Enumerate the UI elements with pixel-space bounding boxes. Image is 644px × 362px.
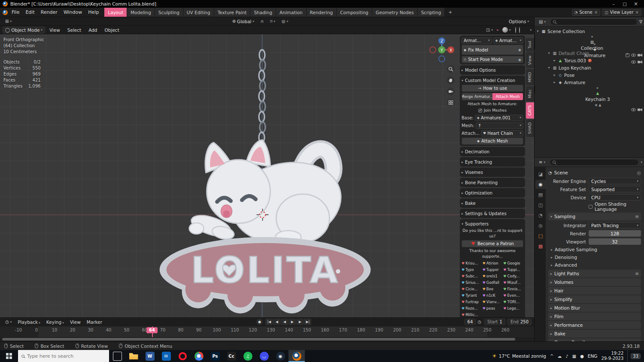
taskbar-app-icon[interactable] [109,350,125,362]
mesh-dropdown[interactable]: ↑▾ [476,122,523,129]
sidebar-tab[interactable]: View [526,52,534,68]
properties-tab[interactable] [535,170,546,179]
topbar-menu[interactable]: Edit [22,8,37,17]
frame-end-field[interactable]: End250 [507,319,532,325]
taskbar-search-input[interactable] [27,353,96,359]
timeline-editor-type-button[interactable]: ◷▾ [3,319,14,325]
custom-model-creation-section[interactable]: ▾Custom Model Creation [462,77,523,84]
device-dropdown[interactable]: CPU▾ [589,194,641,201]
taskbar-app-icon[interactable]: ◉ [272,350,289,362]
language-indicator[interactable]: ENG [588,353,598,359]
timeline-menu[interactable]: Playback [15,319,43,325]
transport-button[interactable]: ◀ [281,319,288,325]
sidebar-tab[interactable]: CATS [526,102,534,119]
toggle-xray[interactable] [514,27,517,33]
maximize-button[interactable] [619,0,630,8]
transport-button[interactable]: ▶ [289,319,296,325]
supporter-item[interactable]: ♥Cody... [503,273,523,279]
supporter-item[interactable]: ♥Googie [503,260,523,266]
properties-section-header[interactable]: ▸Film≡ [548,313,641,320]
taskbar-app-icon[interactable] [125,350,142,362]
topbar-menu[interactable]: File [9,8,22,17]
tray-icon[interactable]: ▦ [572,354,576,359]
taskbar-app-icon[interactable]: ✉ [158,350,174,362]
outliner-editor-type-button[interactable]: ▤▾ [536,18,548,25]
workspace-tab[interactable]: UV Editing [183,8,214,17]
workspace-tab[interactable]: Modeling [127,8,155,17]
render-samples-field[interactable]: 128 [589,230,641,237]
cats-collapsed-section[interactable]: ▸Bone Parenting [462,179,523,186]
tray-icon[interactable]: ● [580,354,584,359]
topbar-menu[interactable]: Render [38,8,61,17]
playhead-frame-badge[interactable]: 64 [146,327,158,333]
supporter-item[interactable]: ♥Furtrap [462,299,482,305]
supporter-item[interactable]: ♥Even... [503,292,523,298]
cat-model[interactable] [189,140,349,253]
workspace-tab[interactable]: Layout [104,8,127,17]
properties-tab[interactable] [535,190,546,199]
workspace-tab[interactable]: Compositing [337,8,372,17]
supporter-item[interactable]: ♥Bee [483,286,503,292]
show-gizmos-dropdown[interactable]: ◳▾ [483,27,495,33]
hide-viewport-icon[interactable] [631,108,636,111]
frame-start-field[interactable]: Start1 [484,319,505,325]
taskbar-app-icon[interactable]: ♫ [240,350,256,362]
taskbar-app-icon[interactable] [191,350,207,362]
supporter-item[interactable]: ♥Cicie... [462,286,482,292]
sidebar-tab[interactable]: Misc [526,86,534,101]
proportional-editing-toggle[interactable]: ◎▾ [279,18,291,25]
supporter-item[interactable]: ♥MizuF... [503,280,523,286]
join-meshes-checkbox[interactable] [478,109,482,113]
tray-icon[interactable]: ♪ [565,354,568,359]
taskbar-app-icon[interactable]: W [142,350,158,362]
supporter-item[interactable]: ♥Finnis... [503,286,523,292]
merge-armatures-tab[interactable]: Merge Armatur... [462,93,492,100]
topbar-menu[interactable]: Window [61,8,85,17]
properties-tab[interactable] [535,180,546,189]
supporter-item[interactable]: ♥Tupper [483,267,503,273]
supporter-item[interactable]: ♥Atirion [483,260,503,266]
pin-icon[interactable]: ◎ [637,170,641,175]
overlays-dropdown[interactable]: ▾ [500,27,513,33]
workspace-tab[interactable]: Shading [250,8,276,17]
sampling-subsection[interactable]: ▸Adaptive Sampling [548,246,641,253]
unlink-scene-icon[interactable] [594,10,598,15]
options-dropdown[interactable]: Options▾ [506,18,532,25]
expand-arrow-icon[interactable] [553,58,556,62]
osl-checkbox[interactable] [589,205,592,209]
supporter-item[interactable]: ♥Godfall [483,280,503,286]
viewport-menu[interactable]: Object [102,26,122,34]
workspace-tab[interactable]: Sculpting [155,8,183,17]
timeline-menu[interactable]: View [67,319,83,325]
workspace-tab[interactable]: Geometry Nodes [372,8,418,17]
expand-arrow-icon[interactable] [553,73,556,77]
hide-viewport-icon[interactable] [631,61,636,64]
sampling-subsection[interactable]: ▸Advanced [548,261,641,269]
snap-target-dropdown[interactable]: ⌑▾ [267,18,278,25]
transport-button[interactable]: ▶ [296,319,304,325]
become-patron-button[interactable]: ♥Become a Patron [462,240,523,247]
taskbar-app-icon[interactable]: Cc [223,350,240,362]
expand-arrow-icon[interactable] [593,42,597,46]
expand-arrow-icon[interactable] [596,86,600,90]
expand-arrow-icon[interactable] [536,29,540,33]
outliner-row[interactable]: Scene Collection [535,27,644,35]
sampling-section-header[interactable]: ▾Sampling≡ [548,213,641,220]
supporter-item[interactable]: ♥TORI... [503,299,523,305]
shading-dropdown-icon[interactable]: ▾ [530,28,532,32]
how-to-use-button[interactable]: →How to use [462,85,523,92]
camera-view-icon[interactable] [447,88,455,95]
navigation-gizmo[interactable]: Z X Y [429,37,455,63]
viewport-samples-field[interactable]: 32 [589,238,641,245]
outliner-row[interactable]: Keychain 3 ◈ ▲ [535,86,644,93]
start-button[interactable] [0,350,18,362]
taskbar-app-icon[interactable] [174,350,191,362]
cats-collapsed-section[interactable]: ▸Bake [462,200,523,207]
sidebar-tab[interactable]: MMD [526,69,534,85]
sidebar-tab[interactable]: SHAD [526,119,534,137]
tray-icon[interactable]: ^ [550,354,553,359]
timeline-ruler[interactable]: -100102030405060708090100110120130140150… [0,326,534,337]
zoom-icon[interactable] [447,65,455,73]
shading-rendered-icon[interactable] [527,30,529,30]
taskbar-app-icon[interactable] [289,350,305,362]
